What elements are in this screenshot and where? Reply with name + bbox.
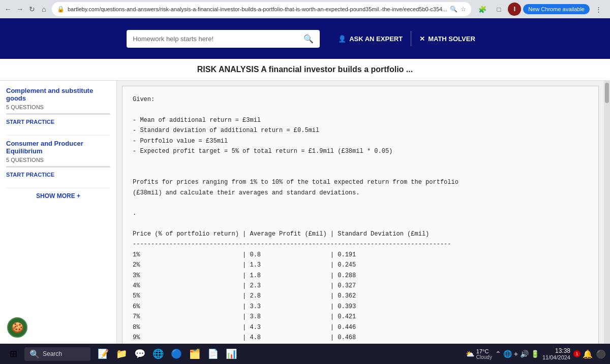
search-address-icon: 🔍 [450,6,458,13]
sidebar-section-1-progress-bar [6,113,110,115]
search-submit-icon[interactable]: 🔍 [303,34,314,44]
taskbar-pinned-icons: 📝 📁 💬 🌐 🔵 🗂️ 📄 📊 [95,345,240,363]
notification-badge: 1 [573,350,581,357]
taskbar-icon-files[interactable]: 📁 [113,345,130,363]
browser-chrome: ← → ↻ ⌂ 🔒 bartleby.com/questions-and-ans… [0,0,610,18]
windows-icon: ⊞ [10,348,17,359]
bell-icon: 🔔 [583,349,593,359]
lock-icon: 🔒 [57,6,65,13]
bartleby-header: Homework help starts here! 🔍 👤 ASK AN EX… [0,18,610,59]
battery-icon[interactable]: 🔋 [531,350,539,358]
sidebar-section-2: Consumer and Producer Equilibrium 5 QUES… [6,140,110,178]
scroll-thumb [605,83,609,103]
header-actions: 👤 ASK AN EXPERT ✕ MATH SOLVER [330,31,483,47]
ask-expert-button[interactable]: 👤 ASK AN EXPERT [330,31,411,47]
left-sidebar: Complement and substitute goods 5 QUESTI… [0,81,117,344]
cookie-consent-button[interactable]: 🍪 [7,317,27,338]
sidebar-divider-1 [6,135,110,136]
window-button[interactable]: □ [492,2,506,16]
url-text: bartleby.com/questions-and-answers/risk-… [68,6,447,12]
sidebar-section-1-questions: 5 QUESTIONS [6,104,110,110]
weather-info: 17°C Cloudy [476,348,492,360]
taskbar-search-icon: 🔍 [29,349,40,359]
ask-expert-icon: 👤 [338,35,346,43]
taskbar-search-text: Search [43,350,62,357]
back-button[interactable]: ← [4,2,12,16]
math-solver-label: MATH SOLVER [428,35,475,43]
math-solver-button[interactable]: ✕ MATH SOLVER [411,31,483,47]
page-title: RISK ANALYSIS A financial investor build… [0,59,610,81]
notification-area[interactable]: 1 🔔 [573,349,593,359]
taskbar-icon-excel[interactable]: 📊 [223,345,240,363]
show-more-button[interactable]: SHOW MORE + [6,192,110,200]
taskbar: ⊞ 🔍 Search 📝 📁 💬 🌐 🔵 🗂️ 📄 📊 ⛅ 17°C Cloud… [0,344,610,364]
clock-time: 13:38 [542,347,570,354]
weather-temp: 17°C [476,348,492,354]
search-placeholder-text: Homework help starts here! [133,35,299,43]
sound-icon[interactable]: 🔊 [520,350,529,358]
ask-expert-label: ASK AN EXPERT [349,35,403,43]
math-solver-icon: ✕ [419,35,425,43]
taskbar-icon-word[interactable]: 📄 [204,345,222,363]
taskbar-icon-explorer[interactable]: 🗂️ [186,345,203,363]
main-content: Complement and substitute goods 5 QUESTI… [0,81,610,344]
home-button[interactable]: ⌂ [40,2,48,16]
extensions-button[interactable]: 🧩 [475,2,490,16]
answer-content: Given: - Mean of additional return = £3m… [122,86,599,344]
answer-area[interactable]: Given: - Mean of additional return = £3m… [117,81,604,344]
start-button[interactable]: ⊞ [4,345,22,363]
search-bar[interactable]: Homework help starts here! 🔍 [127,30,320,48]
network-icon[interactable]: 🌐 [503,350,512,358]
sidebar-section-1-title: Complement and substitute goods [6,87,110,102]
sidebar-section-2-start-button[interactable]: START PRACTICE [6,172,54,178]
taskbar-clock[interactable]: 13:38 11/04/2024 [542,347,570,360]
chrome-actions: 🧩 □ I New Chrome available ⋮ [475,2,606,16]
browser-toolbar: ← → ↻ ⌂ 🔒 bartleby.com/questions-and-ans… [0,0,610,18]
taskbar-search[interactable]: 🔍 Search [24,347,90,361]
star-icon: ☆ [461,6,466,13]
sidebar-section-1: Complement and substitute goods 5 QUESTI… [6,87,110,125]
color-icon: ⚫ [596,349,606,359]
taskbar-icon-edge[interactable]: 🌐 [149,345,167,363]
profile-button[interactable]: I [508,3,521,16]
weather-icon: ⛅ [466,350,474,358]
address-bar[interactable]: 🔒 bartleby.com/questions-and-answers/ris… [52,2,471,16]
taskbar-icon-notes[interactable]: 📝 [95,345,112,363]
sidebar-divider-2 [6,188,110,188]
weather-widget: ⛅ 17°C Cloudy [466,348,492,360]
sidebar-section-1-start-button[interactable]: START PRACTICE [6,119,54,125]
sidebar-section-2-title: Consumer and Producer Equilibrium [6,140,110,155]
weather-desc: Cloudy [476,354,492,360]
forward-button[interactable]: → [16,2,24,16]
chevron-icon[interactable]: ⌃ [495,350,501,358]
reload-button[interactable]: ↻ [28,2,36,16]
taskbar-icon-chrome[interactable]: 🔵 [168,345,185,363]
wifi-icon[interactable]: ⌖ [514,350,518,358]
taskbar-system-icons: ⌃ 🌐 ⌖ 🔊 🔋 [495,350,539,358]
taskbar-icon-chat[interactable]: 💬 [131,345,148,363]
sidebar-section-2-questions: 5 QUESTIONS [6,157,110,163]
chrome-menu-button[interactable]: ⋮ [592,2,606,16]
sidebar-section-2-progress-bar [6,166,110,168]
new-chrome-button[interactable]: New Chrome available [523,4,590,14]
clock-date: 11/04/2024 [542,354,570,360]
taskbar-right: ⛅ 17°C Cloudy ⌃ 🌐 ⌖ 🔊 🔋 13:38 11/04/2024… [466,347,606,360]
right-scroll-indicator[interactable] [604,81,610,344]
